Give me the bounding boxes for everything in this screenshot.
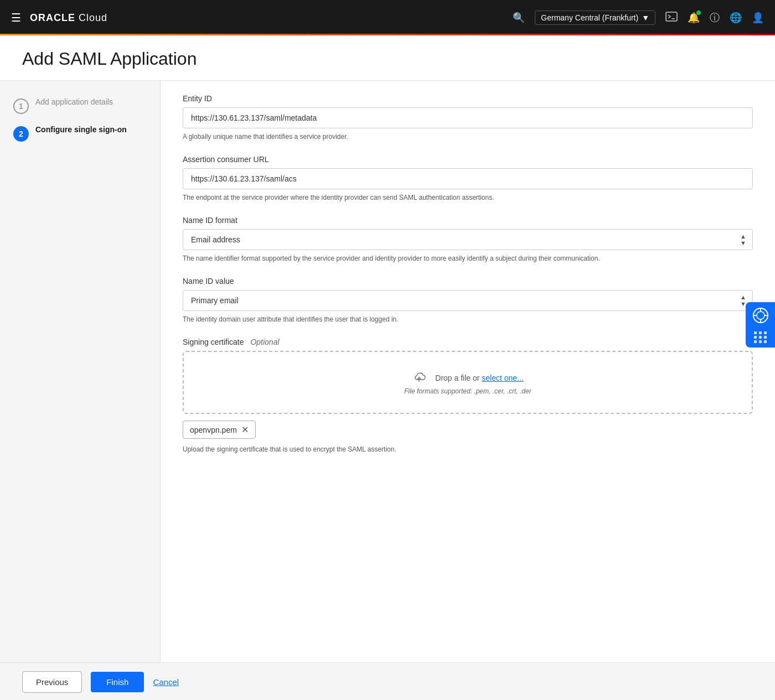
name-id-value-label: Name ID value [183,277,753,286]
assertion-url-group: Assertion consumer URL The endpoint at t… [183,155,753,203]
select-file-link[interactable]: select one... [482,374,524,382]
life-ring-icon [752,307,769,328]
cancel-button[interactable]: Cancel [153,677,179,687]
content-area: Entity ID A globally unique name that id… [161,81,775,662]
file-name: openvpn.pem [190,426,237,434]
upload-cloud-icon [412,370,432,383]
cloud-shell-icon[interactable] [665,12,678,24]
footer-bar: Previous Finish Cancel [0,662,775,700]
name-id-format-group: Name ID format Email address Persistent … [183,216,753,263]
notification-icon[interactable]: 🔔 [688,12,700,24]
steps-sidebar: 1 Add application details 2 Configure si… [0,81,161,662]
previous-button[interactable]: Previous [22,671,82,693]
drop-zone-formats: File formats supported: .pem, .cer, .crt… [195,387,741,395]
assertion-url-label: Assertion consumer URL [183,155,753,164]
main-layout: 1 Add application details 2 Configure si… [0,81,775,662]
name-id-format-select-wrap: Email address Persistent Transient Unspe… [183,229,753,250]
drop-zone[interactable]: Drop a file or select one... File format… [183,351,753,414]
help-widget[interactable] [746,302,775,348]
signing-cert-label: Signing certificate Optional [183,338,753,346]
name-id-format-select[interactable]: Email address Persistent Transient Unspe… [183,229,753,250]
page-title: Add SAML Application [22,49,753,69]
region-selector[interactable]: Germany Central (Frankfurt) ▼ [535,11,655,25]
step-2-item: 2 Configure single sign-on [13,125,147,142]
finish-button[interactable]: Finish [91,672,144,692]
name-id-value-help: The identity domain user attribute that … [183,314,753,324]
svg-rect-0 [666,12,677,21]
step-2-label: Configure single sign-on [35,125,127,134]
name-id-format-help: The name identifier format supported by … [183,253,753,263]
upload-help: Upload the signing certificate that is u… [183,444,753,454]
nav-accent-bar [0,34,775,35]
entity-id-input[interactable] [183,107,753,128]
file-chip: openvpn.pem ✕ [183,421,256,439]
entity-id-label: Entity ID [183,94,753,103]
name-id-value-select[interactable]: Primary email Username User ID [183,290,753,311]
globe-icon[interactable]: 🌐 [730,12,742,24]
assertion-url-input[interactable] [183,168,753,189]
name-id-format-label: Name ID format [183,216,753,225]
hamburger-menu-icon[interactable]: ☰ [11,11,21,24]
assertion-url-help: The endpoint at the service provider whe… [183,193,753,203]
chevron-down-icon: ▼ [642,13,649,22]
entity-id-help: A globally unique name that identifies a… [183,132,753,142]
step-2-number: 2 [13,126,29,142]
signing-cert-group: Signing certificate Optional Drop a file… [183,338,753,454]
step-1-number: 1 [13,98,29,114]
help-dots [754,331,767,343]
svg-point-4 [757,312,764,319]
remove-file-button[interactable]: ✕ [241,424,249,435]
entity-id-group: Entity ID A globally unique name that id… [183,94,753,142]
name-id-value-group: Name ID value Primary email Username Use… [183,277,753,324]
top-navigation: ☰ ORACLE Cloud 🔍 Germany Central (Frankf… [0,0,775,35]
step-1-item: 1 Add application details [13,97,147,114]
oracle-logo: ORACLE Cloud [30,12,107,24]
search-icon[interactable]: 🔍 [513,12,525,24]
user-profile-icon[interactable]: 👤 [752,12,764,24]
name-id-value-select-wrap: Primary email Username User ID ▲ ▼ [183,290,753,311]
help-icon[interactable]: ⓘ [710,11,720,24]
step-1-label: Add application details [35,97,113,106]
page-header: Add SAML Application [0,35,775,81]
